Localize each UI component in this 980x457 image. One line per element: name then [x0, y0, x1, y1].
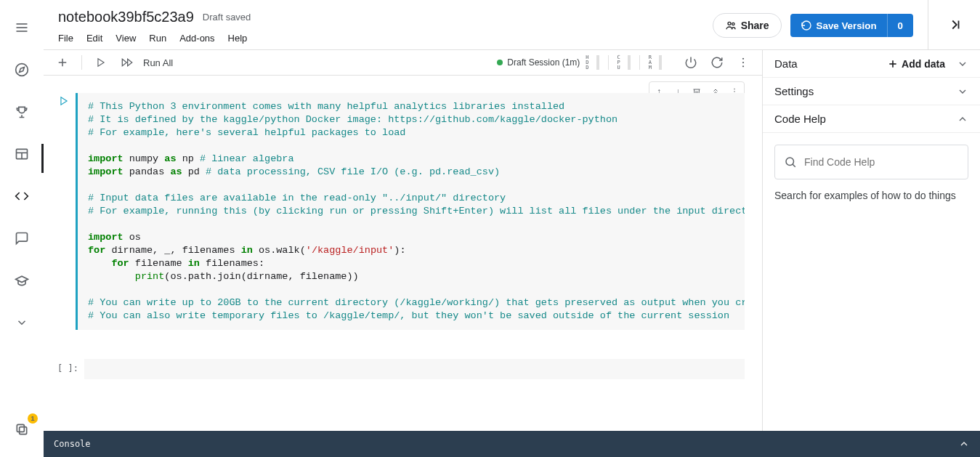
empty-code-editor[interactable]	[84, 359, 745, 379]
status-dot-icon	[497, 60, 503, 65]
fast-forward-button[interactable]	[117, 52, 137, 73]
history-icon	[801, 20, 812, 31]
chevron-down-icon	[957, 58, 968, 70]
restart-button[interactable]	[707, 52, 727, 73]
svg-point-23	[734, 91, 735, 92]
chevron-up-icon	[957, 113, 968, 125]
run-all-button[interactable]: Run All	[143, 57, 173, 68]
power-button[interactable]	[681, 52, 701, 73]
svg-marker-4	[20, 68, 25, 73]
code-help-search[interactable]	[774, 145, 968, 179]
people-icon	[725, 20, 737, 31]
chevron-down-icon	[957, 86, 968, 97]
compass-icon[interactable]	[9, 57, 35, 83]
code-icon[interactable]	[9, 183, 35, 209]
table-icon[interactable]	[9, 141, 35, 167]
svg-marker-15	[98, 59, 104, 67]
svg-point-11	[732, 23, 734, 25]
run-button[interactable]	[91, 52, 111, 73]
empty-cell: [ ]:	[52, 359, 745, 379]
chevron-down-icon[interactable]	[9, 310, 35, 336]
trophy-icon[interactable]	[9, 99, 35, 125]
menu-run[interactable]: Run	[149, 33, 166, 44]
toolbar: Run All Draft Session (1m) HDD CPU RAM	[44, 49, 762, 76]
settings-label: Settings	[774, 85, 814, 97]
data-section-header[interactable]: Data Add data	[763, 50, 980, 78]
svg-point-28	[786, 158, 794, 166]
settings-section-header[interactable]: Settings	[763, 78, 980, 105]
svg-point-22	[734, 89, 735, 90]
svg-marker-25	[61, 97, 67, 105]
menu-help[interactable]: Help	[228, 33, 248, 44]
save-version-button[interactable]: Save Version	[790, 14, 887, 37]
svg-rect-8	[17, 424, 24, 432]
save-version-count[interactable]: 0	[887, 14, 913, 37]
run-cell-button[interactable]	[59, 96, 69, 330]
code-cell: ↑ ↓ # This Python 3 environment comes wi…	[52, 93, 745, 330]
cell-prompt: [ ]:	[52, 359, 84, 379]
ram-meter[interactable]: RAM	[649, 55, 652, 70]
right-panel: Data Add data Settings Code Help Search …	[762, 49, 980, 457]
comments-icon[interactable]	[9, 225, 35, 251]
console-expand-button[interactable]	[958, 438, 970, 450]
hamburger-icon[interactable]	[9, 15, 35, 41]
menu-file[interactable]: File	[58, 33, 73, 44]
collapse-panel-button[interactable]	[928, 0, 980, 49]
events-badge: 1	[28, 413, 38, 424]
share-label: Share	[741, 20, 769, 31]
cpu-meter[interactable]: CPU	[617, 55, 620, 70]
code-help-hint: Search for examples of how to do things	[774, 190, 968, 201]
svg-point-3	[16, 64, 28, 76]
search-icon	[784, 155, 797, 169]
menu-addons[interactable]: Add-ons	[179, 33, 214, 44]
left-rail: 1	[0, 0, 44, 457]
menu-view[interactable]: View	[116, 33, 136, 44]
session-label: Draft Session (1m)	[507, 57, 580, 68]
menu-edit[interactable]: Edit	[86, 33, 102, 44]
code-help-label: Code Help	[774, 113, 826, 125]
save-status: Draft saved	[203, 12, 251, 23]
code-help-search-input[interactable]	[804, 156, 959, 168]
active-events-icon[interactable]: 1	[9, 416, 35, 442]
learn-icon[interactable]	[9, 267, 35, 294]
share-button[interactable]: Share	[713, 13, 782, 38]
topbar: notebook39bf5c23a9 Draft saved File Edit…	[44, 0, 928, 49]
svg-rect-9	[20, 427, 27, 434]
hdd-meter[interactable]: HDD	[586, 55, 588, 70]
save-version-label: Save Version	[817, 20, 877, 31]
svg-point-20	[742, 62, 744, 63]
svg-point-19	[742, 58, 744, 60]
more-button[interactable]	[733, 52, 753, 73]
notebook-area: ↑ ↓ # This Python 3 environment comes wi…	[44, 76, 762, 431]
notebook-title[interactable]: notebook39bf5c23a9	[58, 9, 194, 25]
data-label: Data	[774, 57, 798, 70]
add-data-button[interactable]: Add data	[887, 58, 945, 70]
console-bar[interactable]: Console	[44, 431, 980, 457]
session-status[interactable]: Draft Session (1m)	[497, 57, 580, 68]
console-label: Console	[54, 439, 91, 449]
svg-marker-16	[128, 59, 132, 65]
add-data-label: Add data	[902, 58, 945, 70]
code-editor[interactable]: # This Python 3 environment comes with m…	[76, 93, 745, 330]
code-help-section-header[interactable]: Code Help	[763, 105, 980, 133]
svg-point-10	[728, 22, 731, 25]
svg-point-21	[742, 65, 744, 67]
svg-marker-17	[122, 59, 126, 65]
add-cell-button[interactable]	[52, 52, 73, 73]
svg-line-29	[793, 164, 795, 167]
